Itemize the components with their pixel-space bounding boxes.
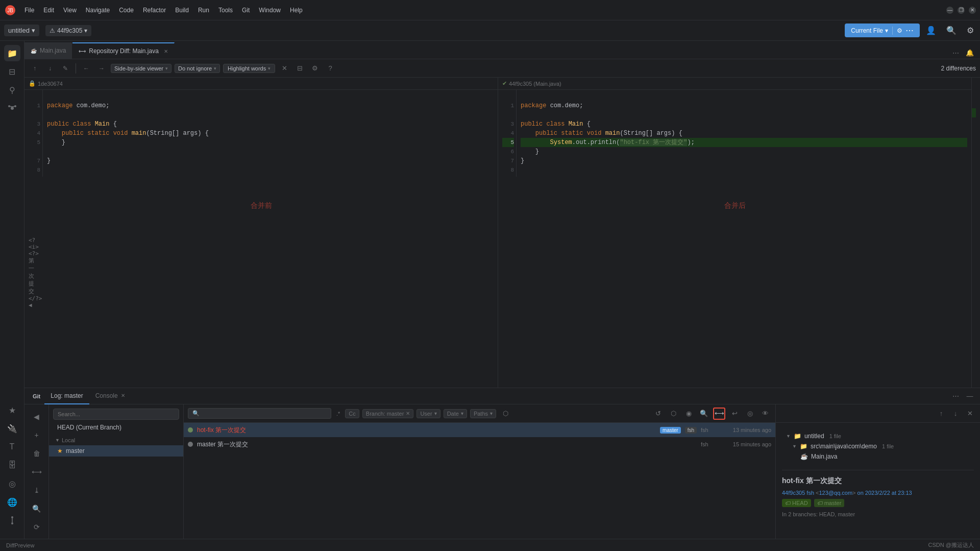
branch-filter-tag[interactable]: Branch: master ✕ [362,409,414,418]
git-rebase-btn[interactable]: ⟳ [29,519,45,535]
tab-main-java[interactable]: ☕ Main.java [24,42,72,59]
master-branch-item[interactable]: ★ master [49,445,183,457]
diff-nav-down-btn[interactable]: ↓ [44,62,56,75]
detail-nav-down-btn[interactable]: ↓ [949,408,962,420]
git-search-btn[interactable]: 🔍 [29,500,45,517]
case-filter-btn[interactable]: Cc [345,409,359,418]
minimize-button[interactable]: — [946,7,953,14]
sidebar-plugin-icon[interactable]: 🔌 [4,420,20,437]
fsh-tag: fsh [685,427,697,434]
menu-window[interactable]: Window [255,5,285,16]
search-icon: 🔍 [192,410,200,417]
branch-search-input[interactable] [53,409,179,420]
git-collapse-btn[interactable]: ◀ [29,409,45,425]
tab-more-icon[interactable]: ⋯ [949,46,962,59]
commit-filter-input[interactable]: 🔍 [188,408,331,419]
commit-row-1[interactable]: master 第一次提交 fsh 15 minutes ago [184,437,775,451]
menu-help[interactable]: Help [286,5,307,16]
git-delete-btn[interactable]: 🗑 [29,445,45,462]
new-branch-btn[interactable]: ⬡ [499,408,511,420]
git-tab-label[interactable]: Git [29,393,44,399]
undo-btn[interactable]: ↩ [728,408,741,420]
detail-nav-up-btn[interactable]: ↑ [935,408,947,420]
menu-file[interactable]: File [20,5,38,16]
head-branch-item[interactable]: HEAD (Current Branch) [49,422,183,433]
branch-filter-close[interactable]: ✕ [406,411,410,416]
left-sidebar: 📁 ⊟ ⚲ ★ 🔌 T 🗄 ◎ 🌐 ⋯ [0,41,24,551]
tab-repo-diff[interactable]: ⟷ Repository Diff: Main.java ✕ [72,42,175,59]
sidebar-database-icon[interactable]: 🗄 [4,457,20,473]
sidebar-git-icon[interactable] [4,100,20,116]
menu-navigate[interactable]: Navigate [82,5,114,16]
highlight-words-btn[interactable]: Highlight words ▾ [223,64,275,73]
eye-btn[interactable]: ◉ [682,408,695,420]
root-folder[interactable]: ▼ 📁 untitled 1 file [782,431,974,441]
sidebar-folder-icon[interactable]: 📁 [4,45,20,61]
diff-nav-up-btn[interactable]: ↑ [29,62,41,75]
project-name-dropdown[interactable]: untitled ▾ [4,25,39,36]
menu-build[interactable]: Build [171,5,193,16]
regex-btn[interactable]: .* [334,410,342,418]
right-merge-label-section: 合并后 [498,177,971,235]
menu-run[interactable]: Run [194,5,213,16]
tab-notification-icon[interactable]: 🔔 [964,46,976,59]
menu-view[interactable]: View [59,5,81,16]
current-file-button[interactable]: Current File ▾ ⚙ ⋯ [845,23,920,37]
settings-icon[interactable]: ⚙ [965,23,976,37]
diff-edit-btn[interactable]: ✎ [59,62,71,75]
sidebar-todo-icon[interactable]: ◎ [4,475,20,492]
sidebar-vcs-icon[interactable] [4,512,20,529]
split-view-btn[interactable]: ⊟ [293,62,306,75]
menu-refactor[interactable]: Refactor [139,5,170,16]
menu-code[interactable]: Code [115,5,138,16]
fetch-btn[interactable]: ↺ [652,408,664,420]
detail-close-btn[interactable]: ✕ [964,408,976,420]
stage-btn[interactable]: ◎ [744,408,756,420]
tab-close-icon[interactable]: ✕ [164,49,168,54]
sidebar-network-icon[interactable]: 🌐 [4,494,20,510]
more-options-icon[interactable]: ⋯ [905,26,914,35]
menu-git[interactable]: Git [238,5,254,16]
src-folder[interactable]: ▼ 📁 src\main\java\com\demo 1 file [782,441,974,451]
diff-settings-btn[interactable]: ⚙ [309,62,321,75]
diff-help-btn[interactable]: ? [324,62,336,75]
push-btn[interactable]: ⬡ [667,408,679,420]
sidebar-structure-icon[interactable]: ⚲ [4,82,20,98]
commit-row-0[interactable]: hot-fix 第一次提交 master fsh fsh 13 minutes … [184,423,775,437]
viewer-mode-select[interactable]: Side-by-side viewer ▾ [111,64,172,73]
search-icon[interactable]: 🔍 [944,23,959,37]
bottom-minimize-icon[interactable]: — [964,390,976,402]
close-button[interactable]: ✕ [969,7,976,14]
watch-btn[interactable]: 👁 [759,408,771,420]
account-icon[interactable]: 👤 [924,23,938,37]
paths-filter-tag[interactable]: Paths ▾ [470,409,496,418]
sidebar-diff-icon[interactable]: ⊟ [4,63,20,80]
menu-edit[interactable]: Edit [39,5,58,16]
date-filter-tag[interactable]: Date ▾ [444,409,467,418]
code-line: public class Main { [47,119,494,129]
ignore-mode-select[interactable]: Do not ignore ▾ [175,64,220,73]
find-btn[interactable]: 🔍 [698,408,710,420]
maximize-button[interactable]: ❐ [958,7,965,14]
highlighted-action-btn[interactable]: ⟷ [713,408,725,420]
user-filter-tag[interactable]: User ▾ [416,409,440,418]
git-fetch-btn[interactable]: ⤓ [29,482,45,498]
main-java-file[interactable]: ☕ Main.java [782,451,974,462]
git-log-tab[interactable]: Log: master [44,388,89,404]
bottom-more-icon[interactable]: ⋯ [949,390,962,402]
git-console-tab[interactable]: Console ✕ [89,388,131,404]
diff-back-btn[interactable]: ← [80,62,92,75]
local-section-header[interactable]: ▼ Local [49,435,183,445]
git-merge-btn[interactable]: ⟷ [29,464,45,480]
commit-hash-badge[interactable]: ⚠ 44f9c305 ▾ [45,25,91,36]
commit-branches-text: In 2 branches: HEAD, master [782,511,974,517]
console-tab-close[interactable]: ✕ [121,393,125,398]
sidebar-bookmark-icon[interactable]: ★ [4,402,20,418]
main-layout: 📁 ⊟ ⚲ ★ 🔌 T 🗄 ◎ 🌐 ⋯ ☕ Main.java ⟷ Reposi… [0,41,980,551]
diff-forward-btn[interactable]: → [95,62,108,75]
close-highlight-btn[interactable]: ✕ [278,62,290,75]
lock-icon: 🔒 [29,80,36,87]
menu-tools[interactable]: Tools [214,5,237,16]
sidebar-terminal-icon[interactable]: T [4,439,20,455]
git-add-btn[interactable]: + [29,427,45,443]
